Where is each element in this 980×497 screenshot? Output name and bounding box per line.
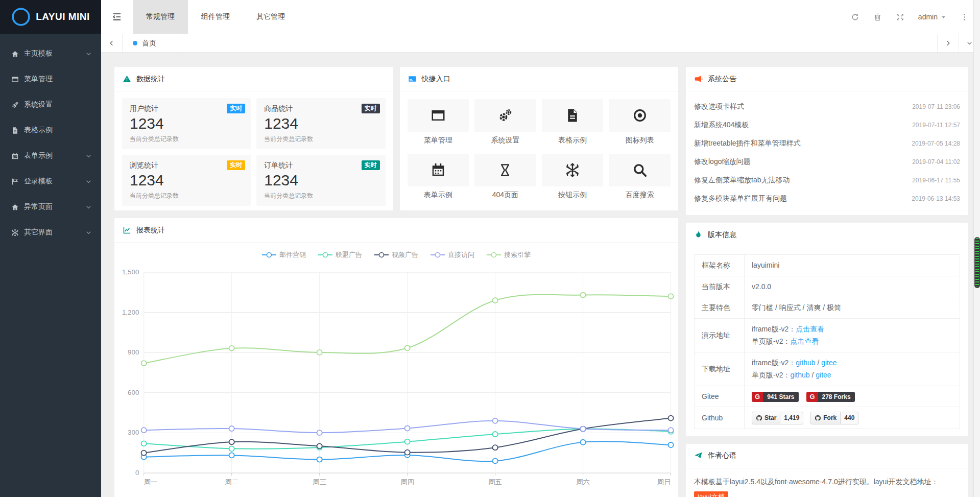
shrink-icon bbox=[112, 12, 122, 22]
shortcut-icon-list[interactable]: 图标列表 bbox=[609, 99, 671, 145]
kebab-menu-icon[interactable] bbox=[960, 13, 969, 21]
app-logo[interactable]: LAYUI MINI bbox=[0, 0, 101, 34]
table-row: 主要特色 零门槛 / 响应式 / 清爽 / 极简 bbox=[695, 297, 960, 319]
shortcut-menu-management[interactable]: 菜单管理 bbox=[408, 99, 469, 145]
chart-card-header: 报表统计 bbox=[114, 218, 678, 243]
warning-triangle-icon bbox=[123, 75, 131, 83]
search-icon bbox=[632, 162, 648, 178]
home-icon bbox=[11, 203, 19, 211]
tab-scroll-right-button[interactable] bbox=[937, 34, 959, 52]
github-fork-button[interactable]: Fork 440 bbox=[810, 412, 858, 424]
sidebar-item-label: 菜单管理 bbox=[24, 75, 92, 84]
header-tab-other[interactable]: 其它管理 bbox=[243, 0, 298, 34]
legend-item[interactable]: 联盟广告 bbox=[318, 250, 362, 259]
calendar-icon bbox=[11, 152, 19, 160]
sidebar-item-home-template[interactable]: 主页模板 bbox=[0, 41, 101, 66]
shortcut-button-examples[interactable]: 按钮示例 bbox=[542, 154, 604, 200]
username: admin bbox=[918, 13, 938, 21]
stat-box-users: 用户统计 1234 当前分类总记录数 实时 bbox=[122, 98, 251, 149]
demo-onepage-link[interactable]: 点击查看 bbox=[790, 337, 819, 345]
table-row: Gitee G 941 Stars G 278 Forks bbox=[695, 386, 960, 407]
line-chart: 03006009001,2001,500周一周二周三周四周五周六周日 bbox=[114, 261, 678, 496]
sidebar-item-label: 异常页面 bbox=[24, 202, 85, 211]
stat-value: 1234 bbox=[264, 172, 377, 190]
sidebar-menu: 主页模板 菜单管理 系统设置 表格示例 表单示例 登录 bbox=[0, 34, 101, 245]
svg-text:周三: 周三 bbox=[313, 478, 326, 486]
github-star-button[interactable]: Star 1,419 bbox=[752, 412, 803, 424]
octocat-icon bbox=[756, 415, 762, 421]
sidebar-item-label: 登录模板 bbox=[24, 177, 85, 186]
stat-value: 1234 bbox=[264, 115, 377, 133]
download-gitee-link[interactable]: gitee bbox=[816, 371, 831, 379]
sidebar-collapse-button[interactable] bbox=[101, 0, 133, 34]
shortcut-baidu-search[interactable]: 百度搜索 bbox=[609, 154, 671, 200]
sidebar-item-table-examples[interactable]: 表格示例 bbox=[0, 117, 101, 143]
shortcut-table-examples[interactable]: 表格示例 bbox=[542, 99, 604, 145]
chevron-down-icon bbox=[966, 40, 973, 46]
legend-item[interactable]: 视频广告 bbox=[374, 250, 418, 259]
page-scrollbar[interactable] bbox=[973, 0, 980, 497]
gitee-forks-badge[interactable]: G 278 Forks bbox=[806, 392, 854, 402]
shortcut-404-page[interactable]: 404页面 bbox=[474, 154, 536, 200]
sidebar-item-menu-management[interactable]: 菜单管理 bbox=[0, 66, 101, 92]
notice-item: 新增treetable插件和菜单管理样式 2019-07-05 14:28 bbox=[694, 134, 960, 153]
scrollbar-thumb[interactable] bbox=[974, 237, 980, 288]
header-tab-components[interactable]: 组件管理 bbox=[188, 0, 243, 34]
stats-grid: 用户统计 1234 当前分类总记录数 实时 商品统计 1234 当前分类总记录数… bbox=[114, 91, 393, 212]
tab-home[interactable]: 首页 bbox=[123, 34, 178, 52]
stat-value: 1234 bbox=[130, 115, 243, 133]
sidebar-item-label: 其它界面 bbox=[24, 228, 85, 237]
fullscreen-icon[interactable] bbox=[896, 13, 904, 21]
header-tab-label: 组件管理 bbox=[201, 12, 230, 21]
sidebar-item-login-templates[interactable]: 登录模板 bbox=[0, 169, 101, 194]
stat-box-products: 商品统计 1234 当前分类总记录数 实时 bbox=[256, 98, 385, 149]
author-text: 本模板基于layui2.5.4以及font-awesome-4.7.0进行实现。… bbox=[686, 468, 968, 497]
content-right-column: 系统公告 修改选项卡样式 2019-07-11 23:06 新增系统404模板 … bbox=[686, 67, 968, 497]
chart-legend: 邮件营销联盟广告视频广告直接访问搜索引擎 bbox=[114, 243, 678, 261]
user-menu[interactable]: admin bbox=[918, 13, 946, 21]
card-title: 报表统计 bbox=[136, 226, 165, 235]
page-content: 数据统计 用户统计 1234 当前分类总记录数 实时 商品统计 1 bbox=[101, 53, 973, 497]
layui-doc-badge[interactable]: layui文档 bbox=[694, 491, 728, 497]
sidebar-item-other-pages[interactable]: 其它界面 bbox=[0, 220, 101, 245]
svg-text:300: 300 bbox=[128, 429, 139, 437]
header-tab-label: 其它管理 bbox=[256, 12, 285, 21]
table-row: Github Star 1,419 Fork 440 bbox=[695, 407, 960, 429]
line-chart-icon bbox=[123, 226, 131, 234]
svg-text:600: 600 bbox=[128, 389, 139, 396]
legend-item[interactable]: 搜索引擎 bbox=[487, 250, 531, 259]
shortcut-system-settings[interactable]: 系统设置 bbox=[474, 99, 536, 145]
notice-card: 系统公告 修改选项卡样式 2019-07-11 23:06 新增系统404模板 … bbox=[686, 67, 968, 215]
github-fork-count: 440 bbox=[841, 412, 858, 424]
card-title: 数据统计 bbox=[136, 75, 165, 84]
legend-item[interactable]: 邮件营销 bbox=[262, 250, 306, 259]
download-github-link[interactable]: github bbox=[796, 359, 815, 367]
download-github-link[interactable]: github bbox=[790, 371, 809, 379]
gitee-stars-badge[interactable]: G 941 Stars bbox=[752, 392, 799, 402]
app-window: LAYUI MINI 主页模板 菜单管理 系统设置 表格示例 表单 bbox=[0, 0, 980, 497]
download-gitee-link[interactable]: gitee bbox=[821, 359, 836, 367]
tab-scroll-left-button[interactable] bbox=[101, 34, 123, 52]
shortcuts-card: 快捷入口 菜单管理 系统设置 bbox=[400, 67, 679, 210]
svg-text:周六: 周六 bbox=[576, 478, 590, 486]
snowflake-icon bbox=[11, 229, 19, 236]
refresh-icon[interactable] bbox=[851, 13, 859, 21]
trash-icon[interactable] bbox=[873, 13, 882, 21]
snowflake-icon bbox=[565, 162, 580, 178]
table-row: 演示地址 iframe版-v2：点击查看 单页版-v2：点击查看 bbox=[695, 318, 960, 352]
header-tab-general[interactable]: 常规管理 bbox=[133, 0, 188, 34]
file-icon bbox=[565, 108, 580, 123]
version-table: 框架名称 layuimini 当前版本 v2.0.0 主要特色 零门槛 / 响应… bbox=[694, 254, 960, 429]
github-star-count: 1,419 bbox=[780, 412, 803, 424]
legend-item[interactable]: 直接访问 bbox=[431, 250, 474, 259]
sidebar-item-system-settings[interactable]: 系统设置 bbox=[0, 92, 101, 117]
status-badge: 实时 bbox=[362, 160, 380, 170]
sidebar-item-form-examples[interactable]: 表单示例 bbox=[0, 143, 101, 169]
card-title: 快捷入口 bbox=[422, 75, 450, 84]
chevron-down-icon bbox=[85, 204, 92, 210]
tab-home-label: 首页 bbox=[142, 39, 156, 48]
sidebar-item-error-pages[interactable]: 异常页面 bbox=[0, 194, 101, 220]
demo-iframe-link[interactable]: 点击查看 bbox=[796, 325, 824, 333]
notice-item: 修改选项卡样式 2019-07-11 23:06 bbox=[694, 98, 960, 116]
shortcut-form-examples[interactable]: 表单示例 bbox=[408, 154, 469, 200]
